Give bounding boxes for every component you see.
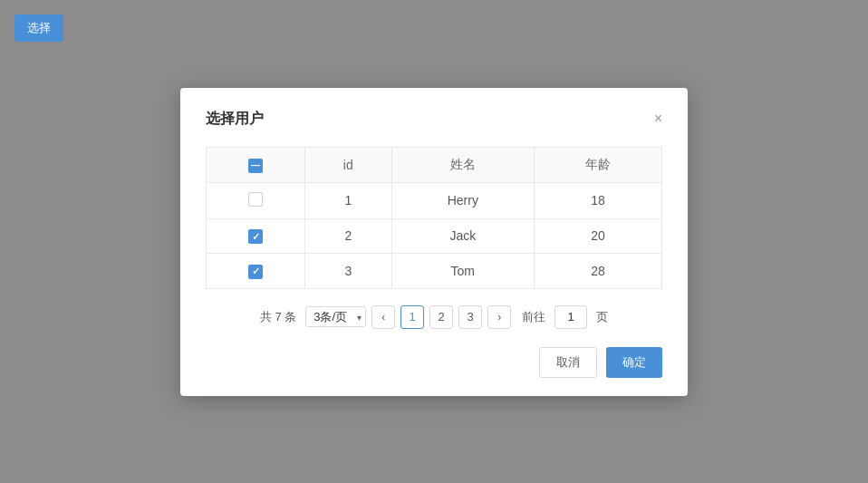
modal-title: 选择用户 <box>206 110 264 129</box>
row2-age: 20 <box>535 218 662 254</box>
goto-label-post: 页 <box>596 309 608 325</box>
modal-overlay: 选择用户 × id 姓名 年龄 <box>0 0 868 483</box>
table-header-row: id 姓名 年龄 <box>207 147 662 182</box>
row2-checkbox[interactable] <box>248 229 263 244</box>
cancel-button[interactable]: 取消 <box>539 347 597 378</box>
row3-checkbox[interactable] <box>248 265 263 279</box>
select-all-checkbox[interactable] <box>248 159 263 173</box>
header-name: 姓名 <box>391 147 535 182</box>
header-id: id <box>305 147 391 182</box>
modal-footer: 取消 确定 <box>206 347 662 378</box>
modal-dialog: 选择用户 × id 姓名 年龄 <box>180 88 688 396</box>
modal-close-button[interactable]: × <box>654 111 662 126</box>
modal-header: 选择用户 × <box>206 110 662 129</box>
row1-age: 18 <box>535 182 662 218</box>
header-checkbox-cell <box>207 147 305 182</box>
total-count: 共 7 条 <box>260 309 296 325</box>
row3-age: 28 <box>535 254 662 289</box>
row2-id: 2 <box>305 218 391 254</box>
row2-checkbox-cell <box>207 218 305 254</box>
row2-name: Jack <box>391 218 535 254</box>
confirm-button[interactable]: 确定 <box>606 347 662 378</box>
row1-name: Herry <box>391 182 535 218</box>
table-row: 2 Jack 20 <box>207 218 662 254</box>
prev-page-button[interactable]: ‹ <box>371 305 395 329</box>
row3-id: 3 <box>305 254 391 289</box>
row1-checkbox[interactable] <box>248 192 263 207</box>
page-2-button[interactable]: 2 <box>429 305 453 329</box>
table-row: 1 Herry 18 <box>207 182 662 218</box>
user-table: id 姓名 年龄 1 Herry 18 <box>206 147 662 289</box>
row3-name: Tom <box>391 254 535 289</box>
pagination-bar: 共 7 条 1条/页 2条/页 3条/页 5条/页 ‹ 1 2 3 › 前往 页 <box>206 305 662 329</box>
page-1-button[interactable]: 1 <box>400 305 424 329</box>
goto-page-input[interactable] <box>555 305 587 329</box>
row1-id: 1 <box>305 182 391 218</box>
page-size-select[interactable]: 1条/页 2条/页 3条/页 5条/页 <box>305 306 366 327</box>
table-row: 3 Tom 28 <box>207 254 662 289</box>
goto-label-pre: 前往 <box>522 309 545 325</box>
page-size-wrapper: 1条/页 2条/页 3条/页 5条/页 <box>305 306 366 327</box>
row3-checkbox-cell <box>207 254 305 289</box>
header-age: 年龄 <box>535 147 662 182</box>
next-page-button[interactable]: › <box>487 305 511 329</box>
page-3-button[interactable]: 3 <box>458 305 482 329</box>
row1-checkbox-cell <box>207 182 305 218</box>
